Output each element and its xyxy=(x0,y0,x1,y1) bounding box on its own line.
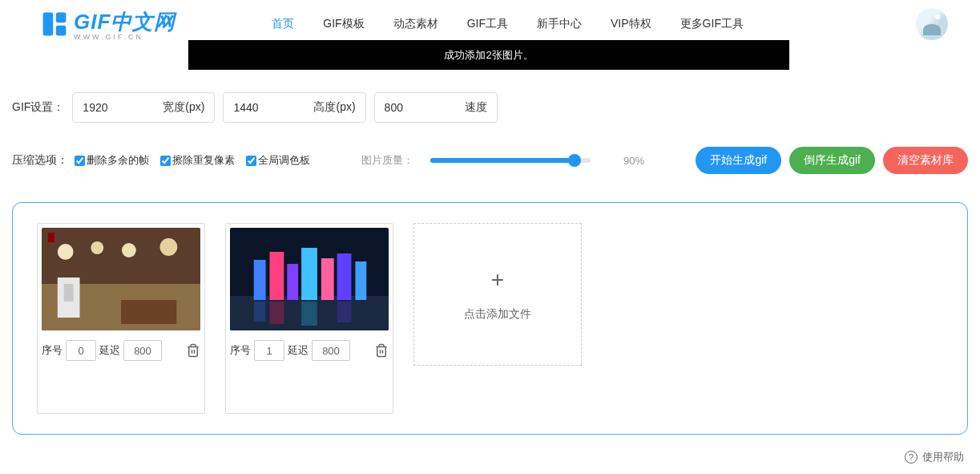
add-file-card[interactable]: + 点击添加文件 xyxy=(413,223,582,366)
nav-materials[interactable]: 动态素材 xyxy=(393,17,438,31)
logo-icon xyxy=(40,10,69,38)
avatar[interactable] xyxy=(916,8,948,40)
delay-input-1[interactable] xyxy=(312,340,350,361)
height-suffix: 高度(px) xyxy=(313,100,355,115)
height-input-group: 高度(px) xyxy=(223,92,365,123)
svg-rect-24 xyxy=(301,302,317,326)
svg-rect-20 xyxy=(337,253,352,300)
slider-fill xyxy=(430,158,575,163)
checkbox-erase-dup[interactable] xyxy=(160,156,171,166)
clear-library-button[interactable]: 清空素材库 xyxy=(883,147,968,174)
svg-rect-21 xyxy=(355,261,366,300)
thumb-controls-1: 序号 延迟 xyxy=(230,340,389,361)
action-buttons: 开始生成gif 倒序生成gif 清空素材库 xyxy=(696,147,968,174)
svg-rect-17 xyxy=(287,264,298,300)
compress-options-row: 压缩选项： 删除多余的帧 擦除重复像素 全局调色板 图片质量： 90% 开始生成… xyxy=(0,123,980,186)
svg-rect-2 xyxy=(56,26,67,36)
slider-thumb[interactable] xyxy=(568,154,581,167)
delay-input-0[interactable] xyxy=(123,340,162,361)
logo[interactable]: GIF中文网 WWW.GIF.CN xyxy=(40,8,175,41)
svg-rect-18 xyxy=(301,248,317,300)
thumb-controls-0: 序号 延迟 xyxy=(42,340,200,361)
svg-rect-16 xyxy=(270,252,284,300)
seq-input-1[interactable] xyxy=(254,340,284,361)
width-suffix: 宽度(px) xyxy=(163,100,204,115)
checkbox-global-palette[interactable] xyxy=(246,156,256,166)
nav-templates[interactable]: GIF模板 xyxy=(323,17,364,31)
opt-erase-dup[interactable]: 擦除重复像素 xyxy=(160,153,235,168)
svg-point-5 xyxy=(58,244,74,260)
svg-rect-23 xyxy=(270,302,284,324)
seq-label-1: 序号 xyxy=(230,343,251,358)
plus-icon: + xyxy=(491,267,504,293)
help-icon: ? xyxy=(905,451,917,464)
thumb-image-0 xyxy=(42,228,200,330)
quality-value: 90% xyxy=(623,155,644,167)
help-link[interactable]: ? 使用帮助 xyxy=(905,450,964,464)
nav-home[interactable]: 首页 xyxy=(272,17,294,31)
opt-remove-frames[interactable]: 删除多余的帧 xyxy=(75,153,149,168)
svg-rect-9 xyxy=(48,233,54,242)
svg-rect-1 xyxy=(56,13,67,23)
width-input[interactable] xyxy=(83,101,147,114)
svg-rect-15 xyxy=(254,260,266,300)
seq-input-0[interactable] xyxy=(66,340,96,361)
svg-rect-19 xyxy=(321,258,334,300)
reverse-generate-button[interactable]: 倒序生成gif xyxy=(789,147,875,174)
add-file-text: 点击添加文件 xyxy=(464,307,531,322)
trash-icon[interactable] xyxy=(374,343,389,358)
toast-notification: 成功添加2张图片。 xyxy=(188,40,789,70)
start-generate-button[interactable]: 开始生成gif xyxy=(696,147,781,174)
thumb-card-1: 序号 延迟 xyxy=(225,223,393,414)
svg-point-7 xyxy=(122,243,136,257)
nav-vip[interactable]: VIP特权 xyxy=(611,17,651,31)
speed-suffix: 速度 xyxy=(465,100,487,115)
height-input[interactable] xyxy=(233,101,297,114)
speed-input-group: 速度 xyxy=(374,92,498,123)
delay-label-1: 延迟 xyxy=(288,343,309,358)
compress-label: 压缩选项： xyxy=(12,153,68,168)
opt-global-palette[interactable]: 全局调色板 xyxy=(246,153,310,168)
svg-point-8 xyxy=(160,238,178,256)
nav-tools[interactable]: GIF工具 xyxy=(467,17,508,31)
width-input-group: 宽度(px) xyxy=(72,92,215,123)
svg-rect-22 xyxy=(254,302,266,322)
svg-rect-11 xyxy=(64,284,74,302)
nav: 首页 GIF模板 动态素材 GIF工具 新手中心 VIP特权 更多GIF工具 xyxy=(272,17,744,31)
nav-newbie[interactable]: 新手中心 xyxy=(537,17,582,31)
trash-icon[interactable] xyxy=(186,343,200,358)
delay-label-0: 延迟 xyxy=(99,343,120,358)
quality-slider[interactable] xyxy=(430,158,591,163)
svg-point-6 xyxy=(91,241,103,254)
seq-label-0: 序号 xyxy=(42,343,63,358)
svg-rect-0 xyxy=(43,13,54,36)
thumb-image-1 xyxy=(230,228,389,330)
logo-subtitle: WWW.GIF.CN xyxy=(74,33,175,41)
svg-rect-12 xyxy=(121,300,176,324)
settings-label: GIF设置： xyxy=(12,100,64,115)
quality-label: 图片质量： xyxy=(361,153,413,168)
thumb-card-0: 序号 延迟 xyxy=(37,223,205,414)
svg-rect-25 xyxy=(337,302,352,322)
gif-settings-row: GIF设置： 宽度(px) 高度(px) 速度 xyxy=(0,80,980,123)
logo-title: GIF中文网 xyxy=(74,10,175,34)
checkbox-remove-frames[interactable] xyxy=(75,156,85,166)
help-text: 使用帮助 xyxy=(922,450,964,464)
speed-input[interactable] xyxy=(385,101,449,114)
nav-more[interactable]: 更多GIF工具 xyxy=(680,17,744,31)
upload-area: 序号 延迟 序号 延迟 xyxy=(12,202,968,435)
